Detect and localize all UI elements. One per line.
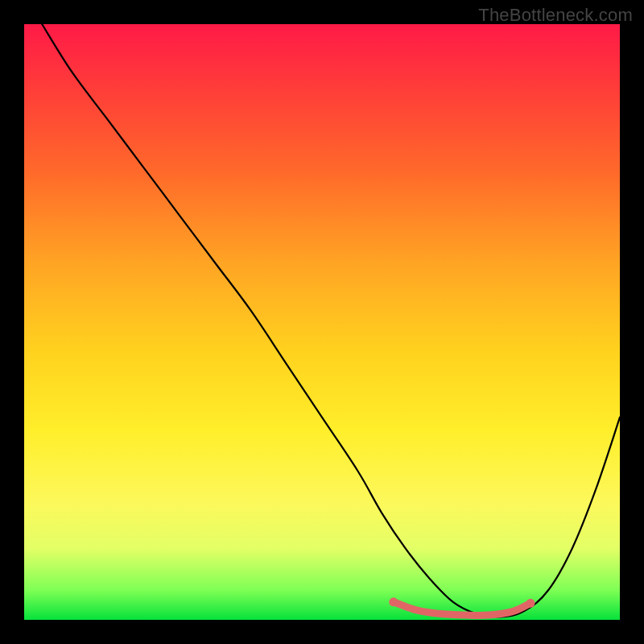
optimal-range-end-dot [526,599,535,608]
bottleneck-curve [42,24,620,617]
chart-svg [24,24,620,620]
optimal-range-start-dot [389,597,398,606]
optimal-range-highlight [394,602,530,616]
watermark-text: TheBottleneck.com [478,5,633,26]
plot-area [24,24,620,620]
chart-frame: TheBottleneck.com [0,0,644,644]
